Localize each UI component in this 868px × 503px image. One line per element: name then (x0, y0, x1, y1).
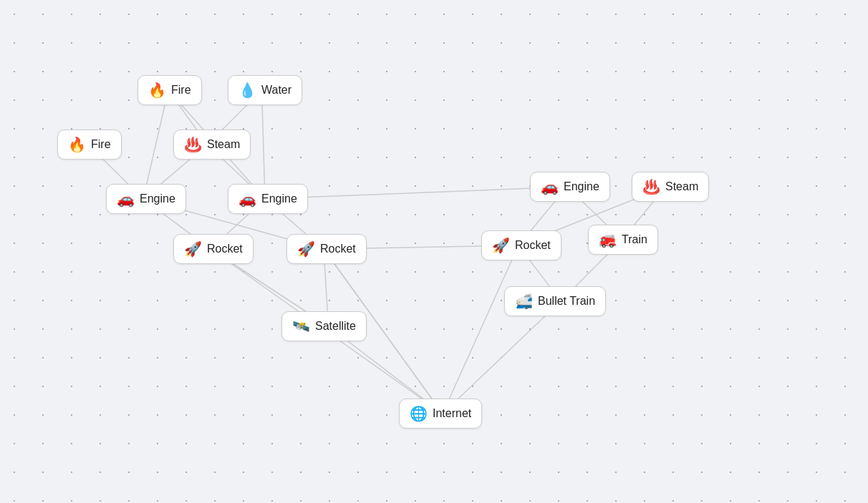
svg-line-19 (443, 245, 519, 414)
node-steam2[interactable]: ♨️Steam (632, 172, 709, 202)
node-emoji-engine3: 🚗 (541, 178, 559, 195)
node-water1[interactable]: 💧Water (228, 75, 302, 105)
node-label-rocket2: Rocket (320, 243, 356, 255)
node-label-train1: Train (622, 233, 647, 246)
svg-line-24 (443, 301, 561, 414)
node-steam1[interactable]: ♨️Steam (173, 130, 251, 160)
node-label-internet1: Internet (433, 407, 471, 420)
node-emoji-water1: 💧 (238, 82, 256, 99)
node-emoji-fire2: 🔥 (68, 136, 86, 153)
node-emoji-rocket3: 🚀 (492, 237, 510, 254)
node-label-engine2: Engine (261, 192, 297, 205)
node-label-satellite1: Satellite (315, 320, 356, 333)
node-label-bullettrain1: Bullet Train (538, 295, 595, 308)
node-rocket2[interactable]: 🚀Rocket (286, 234, 367, 264)
node-label-rocket3: Rocket (515, 239, 551, 252)
node-fire1[interactable]: 🔥Fire (138, 75, 202, 105)
node-label-fire2: Fire (91, 138, 111, 151)
node-emoji-internet1: 🌐 (410, 405, 428, 422)
node-engine3[interactable]: 🚗Engine (530, 172, 610, 202)
node-emoji-satellite1: 🛰️ (292, 318, 310, 335)
node-emoji-train1: 🚒 (599, 231, 617, 248)
node-label-rocket1: Rocket (207, 243, 243, 255)
node-engine1[interactable]: 🚗Engine (106, 184, 186, 214)
node-label-fire1: Fire (171, 84, 191, 97)
node-internet1[interactable]: 🌐Internet (399, 399, 482, 429)
node-bullettrain1[interactable]: 🚅Bullet Train (504, 286, 606, 316)
svg-line-7 (262, 90, 266, 199)
node-train1[interactable]: 🚒Train (588, 225, 658, 255)
node-rocket3[interactable]: 🚀Rocket (481, 230, 561, 260)
node-engine2[interactable]: 🚗Engine (228, 184, 308, 214)
node-label-steam1: Steam (207, 138, 240, 151)
node-label-engine3: Engine (564, 180, 599, 193)
node-emoji-engine1: 🚗 (117, 190, 135, 207)
node-emoji-fire1: 🔥 (148, 82, 166, 99)
node-emoji-steam2: ♨️ (642, 178, 660, 195)
node-rocket1[interactable]: 🚀Rocket (173, 234, 254, 264)
node-fire2[interactable]: 🔥Fire (57, 130, 122, 160)
node-emoji-rocket2: 🚀 (297, 240, 315, 258)
svg-line-2 (143, 90, 168, 199)
svg-line-27 (265, 187, 567, 199)
node-emoji-bullettrain1: 🚅 (515, 293, 533, 310)
node-label-engine1: Engine (140, 192, 175, 205)
node-label-water1: Water (261, 84, 291, 97)
node-satellite1[interactable]: 🛰️Satellite (281, 311, 367, 341)
node-emoji-rocket1: 🚀 (184, 240, 202, 258)
node-label-steam2: Steam (665, 180, 698, 193)
node-emoji-engine2: 🚗 (238, 190, 256, 207)
node-emoji-steam1: ♨️ (184, 136, 202, 153)
